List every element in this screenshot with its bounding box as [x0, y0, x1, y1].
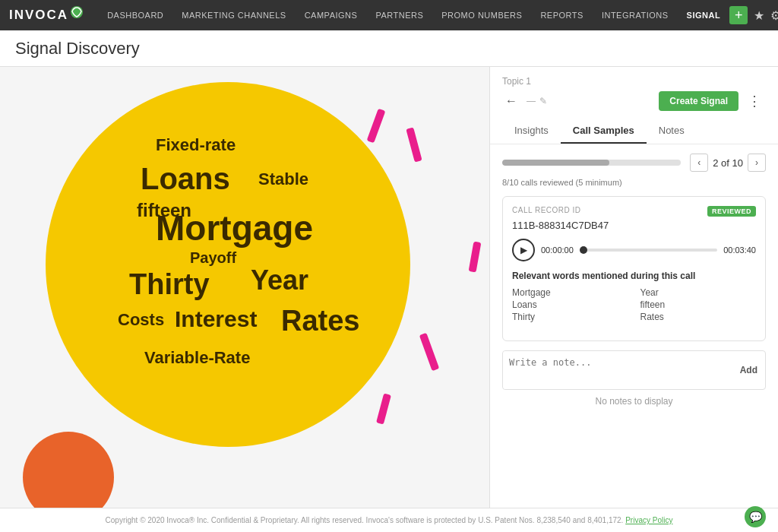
panel-topic-label: Topic 1 [502, 76, 766, 87]
word-year: Year [251, 264, 308, 296]
top-navigation: INVOCA DASHBOARD MARKETING CHANNELS CAMP… [0, 0, 778, 30]
audio-time-start: 00:00:00 [541, 245, 574, 255]
add-note-button[interactable]: Add [732, 351, 765, 389]
reviewed-badge: REVIEWED [707, 206, 756, 217]
word-fixed-rate: Fixed-rate [156, 135, 236, 155]
pagination: ‹ 2 of 10 › [690, 154, 766, 172]
call-record-id-value: 111B-888314C7DB47 [512, 220, 756, 231]
word-col2-1: fifteen [640, 299, 757, 310]
nav-integrations[interactable]: INTEGRATIONS [593, 0, 678, 30]
audio-time-end: 00:03:40 [723, 245, 756, 255]
edit-icon[interactable]: — ✎ [527, 96, 548, 106]
word-variable-rate: Variable-Rate [144, 348, 250, 368]
more-options-button[interactable]: ⋮ [743, 90, 766, 112]
main-content: Fixed-rate Loans fifteen Stable Mortgage… [0, 67, 778, 508]
privacy-policy-link[interactable]: Privacy Policy [625, 516, 672, 524]
footer: Copyright © 2020 Invoca® Inc. Confidenti… [0, 508, 778, 532]
logo: INVOCA [9, 8, 83, 23]
calls-reviewed-text: 8/10 calls reviewed (5 minimum) [502, 178, 766, 187]
orange-circle-decoration [23, 432, 114, 508]
word-stable: Stable [258, 169, 308, 189]
gear-icon[interactable]: ⚙ [770, 8, 778, 23]
nav-right-actions: + ★ ⚙ 🔔 ? [729, 6, 778, 24]
decoration-stripe-4 [419, 333, 439, 371]
add-button[interactable]: + [729, 6, 748, 24]
progress-row: ‹ 2 of 10 › [502, 154, 766, 172]
nav-partners[interactable]: PARTNERS [366, 0, 432, 30]
nav-marketing[interactable]: MARKETING CHANNELS [172, 0, 295, 30]
tab-insights[interactable]: Insights [502, 119, 561, 144]
word-col1-1: Loans [512, 299, 628, 310]
footer-text: Copyright © 2020 Invoca® Inc. Confidenti… [106, 516, 624, 524]
panel-header: Topic 1 ← — ✎ Create Signal ⋮ Insights C… [490, 67, 778, 144]
chat-icon[interactable]: 💬 [745, 506, 766, 527]
decoration-stripe-3 [469, 241, 482, 272]
page-title: Signal Discovery [15, 39, 140, 59]
word-interest: Interest [175, 306, 257, 332]
panel-title-left: ← — ✎ [502, 93, 548, 109]
logo-icon [71, 6, 83, 18]
word-thirty: Thirty [129, 268, 210, 301]
word-payoff: Payoff [190, 249, 236, 267]
call-record-header: Call Record ID REVIEWED [512, 206, 756, 217]
call-record-id-label: Call Record ID [512, 206, 581, 214]
nav-reports[interactable]: REPORTS [531, 0, 592, 30]
decoration-stripe-2 [406, 127, 422, 162]
panel-title-row: ← — ✎ Create Signal ⋮ [502, 90, 766, 112]
nav-promo[interactable]: PROMO NUMBERS [432, 0, 531, 30]
nav-dashboard[interactable]: DASHBOARD [98, 0, 172, 30]
nav-links: DASHBOARD MARKETING CHANNELS CAMPAIGNS P… [98, 0, 729, 30]
word-costs: Costs [118, 310, 164, 330]
progress-bar-container [502, 160, 681, 166]
note-textarea[interactable] [503, 351, 732, 389]
audio-scrubber[interactable] [580, 249, 717, 252]
page-header: Signal Discovery [0, 30, 778, 67]
nav-campaigns[interactable]: CAMPAIGNS [296, 0, 367, 30]
word-mortgage: Mortgage [156, 207, 313, 249]
call-record-card: Call Record ID REVIEWED 111B-888314C7DB4… [502, 196, 766, 341]
word-cloud-area: Fixed-rate Loans fifteen Stable Mortgage… [0, 67, 489, 508]
nav-signal[interactable]: SIGNAL [678, 0, 730, 30]
word-col2-0: Year [640, 287, 757, 298]
prev-page-button[interactable]: ‹ [690, 154, 708, 172]
word-cloud-circle: Fixed-rate Loans fifteen Stable Mortgage… [46, 82, 410, 447]
word-col2-2: Rates [640, 312, 757, 322]
next-page-button[interactable]: › [748, 154, 766, 172]
panel-tabs: Insights Call Samples Notes [502, 119, 766, 144]
no-notes-text: No notes to display [502, 396, 766, 407]
audio-scrubber-dot [580, 246, 587, 254]
create-signal-button[interactable]: Create Signal [659, 91, 738, 111]
tab-notes[interactable]: Notes [647, 119, 697, 144]
relevant-words-grid: Mortgage Year Loans fifteen Thirty Rates [512, 287, 756, 322]
audio-player: ▶ 00:00:00 00:03:40 [512, 239, 756, 261]
progress-bar-fill [502, 160, 609, 166]
play-button[interactable]: ▶ [512, 239, 535, 261]
right-panel: Topic 1 ← — ✎ Create Signal ⋮ Insights C… [489, 67, 778, 508]
logo-text: INVOCA [9, 8, 68, 23]
tab-call-samples[interactable]: Call Samples [561, 119, 647, 144]
word-rates: Rates [281, 305, 360, 337]
relevant-words-title: Relevant words mentioned during this cal… [512, 271, 756, 281]
decoration-stripe-1 [367, 109, 386, 144]
page-indicator: 2 of 10 [713, 157, 743, 169]
star-icon[interactable]: ★ [754, 8, 764, 23]
word-loans: Loans [141, 162, 230, 196]
note-area: Add [502, 350, 766, 390]
word-col1-0: Mortgage [512, 287, 628, 298]
back-button[interactable]: ← [502, 93, 520, 109]
panel-body: ‹ 2 of 10 › 8/10 calls reviewed (5 minim… [490, 144, 778, 508]
word-col1-2: Thirty [512, 312, 628, 322]
decoration-stripe-5 [376, 393, 391, 424]
